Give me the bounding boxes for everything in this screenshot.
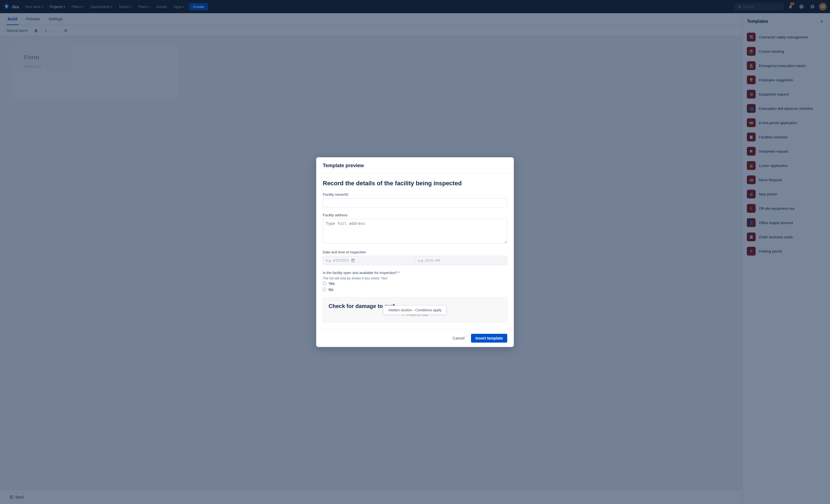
facility-name-input[interactable] [323,198,507,208]
radio-no[interactable]: No [323,287,507,292]
radio-yes[interactable]: Yes [323,281,507,286]
dialog-footer: Cancel Insert template [316,329,514,347]
dialog-overlay: Template preview Record the details of t… [0,0,830,504]
facility-open-hint: The full will only be shown if you check… [323,277,507,280]
facility-open-field: Is the facility open and available for i… [323,271,507,292]
date-part[interactable]: e.g. 4/27/2023 [323,256,415,265]
facility-address-label: Facility address [323,213,507,217]
calendar-icon [351,258,355,263]
radio-group: Yes No [323,281,507,292]
radio-yes-input[interactable] [323,282,326,285]
form-section-title: Record the details of the facility being… [323,180,507,187]
radio-no-input[interactable] [323,288,326,291]
dialog-header: Template preview [316,157,514,173]
date-time-field: Date and time of inspection e.g. 4/27/20… [323,250,507,265]
date-time-label: Date and time of inspection [323,250,507,254]
date-time-row: e.g. 4/27/2023 e.g. 10:41 AM [323,256,507,265]
facility-address-textarea[interactable] [323,219,507,244]
time-part[interactable]: e.g. 10:41 AM [415,256,507,265]
insert-template-button[interactable]: Insert template [471,334,507,343]
cancel-button[interactable]: Cancel [448,334,469,343]
hidden-section-badge: Hidden section - Conditions apply [384,305,446,314]
facility-name-label: Facility name/ID [323,192,507,196]
facility-open-label: Is the facility open and available for i… [323,271,507,275]
facility-name-field: Facility name/ID [323,192,507,208]
dialog-body: Record the details of the facility being… [316,173,514,329]
template-preview-dialog: Template preview Record the details of t… [316,157,514,347]
hidden-section: Check for damage to surf Hidden section … [323,297,507,322]
facility-address-field: Facility address [323,213,507,245]
dialog-title: Template preview [323,163,507,168]
